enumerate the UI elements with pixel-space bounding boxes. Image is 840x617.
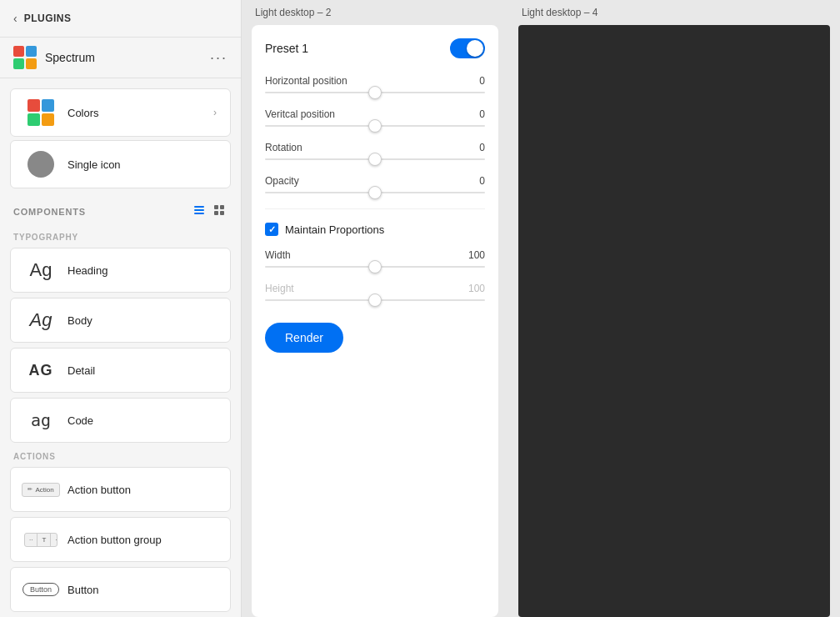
svg-rect-4 (220, 205, 224, 209)
svg-rect-2 (194, 213, 204, 214)
colors-label: Colors (68, 107, 99, 119)
opacity-track[interactable] (265, 192, 485, 193)
width-value: 100 (468, 249, 485, 261)
right-canvas (518, 25, 830, 617)
single-icon-item[interactable]: Single icon (10, 140, 231, 188)
sidebar-header: ‹ PLUGINS (0, 0, 241, 38)
heading-item[interactable]: Ag Heading (10, 248, 231, 293)
rotation-label: Rotation (265, 142, 302, 153)
opacity-label: Opacity (265, 175, 299, 187)
vertical-position-label: Veritcal position (265, 108, 335, 120)
opacity-value: 0 (479, 175, 485, 187)
back-button[interactable]: ‹ (13, 12, 18, 25)
width-slider: Width 100 (265, 249, 485, 268)
components-title: Components (13, 207, 86, 217)
rotation-track[interactable] (265, 158, 485, 160)
vertical-position-track[interactable] (265, 125, 485, 127)
maintain-proportions-row: ✓ Maintain Proportions (265, 223, 485, 236)
action-button-item[interactable]: ✏ Action Action button (10, 467, 231, 512)
typography-section-title: TYPOGRAPHY (0, 226, 241, 245)
grid-view-button[interactable] (211, 202, 228, 221)
back-arrow-icon: ‹ (13, 12, 18, 25)
rotation-slider: Rotation 0 (265, 142, 485, 160)
vertical-position-slider: Veritcal position 0 (265, 108, 485, 127)
width-label: Width (265, 249, 291, 261)
action-button-group-item[interactable]: ·· T ··· Action button group (10, 517, 231, 562)
button-icon: Button (24, 574, 58, 604)
svg-rect-0 (194, 206, 204, 208)
actions-section-title: ACTIONS (0, 445, 241, 464)
svg-rect-3 (214, 205, 218, 209)
view-toggles (191, 202, 228, 221)
sidebar: ‹ PLUGINS Spectrum ··· (0, 0, 242, 617)
horizontal-position-value: 0 (479, 75, 485, 87)
vertical-position-thumb[interactable] (368, 119, 382, 133)
spectrum-icon (13, 46, 37, 69)
detail-item[interactable]: AG Detail (10, 348, 231, 393)
detail-label: Detail (68, 364, 95, 377)
horizontal-position-label: Horizontal position (265, 75, 348, 87)
svg-rect-6 (220, 211, 224, 215)
list-view-button[interactable] (191, 202, 208, 221)
center-panel: Light desktop – 2 Preset 1 Horizontal po… (242, 0, 508, 617)
colors-icon (24, 96, 58, 129)
svg-rect-1 (194, 209, 204, 211)
height-track[interactable] (265, 299, 485, 301)
horizontal-position-thumb[interactable] (368, 86, 382, 99)
height-slider: Height 100 (265, 283, 485, 301)
spectrum-left: Spectrum (13, 46, 95, 69)
maintain-proportions-checkbox[interactable]: ✓ (265, 223, 278, 236)
colors-arrow-icon: › (213, 107, 217, 118)
more-options-button[interactable]: ··· (210, 50, 228, 65)
action-button-label: Action button (68, 484, 131, 496)
spectrum-row: Spectrum ··· (0, 38, 241, 78)
spectrum-name: Spectrum (45, 51, 95, 64)
button-item[interactable]: Button Button (10, 567, 231, 612)
body-item[interactable]: Ag Body (10, 298, 231, 343)
action-button-icon: ✏ Action (24, 474, 58, 504)
width-track[interactable] (265, 266, 485, 268)
action-button-group-label: Action button group (68, 534, 162, 546)
right-tab-header: Light desktop – 4 (508, 0, 840, 25)
render-button[interactable]: Render (265, 323, 343, 353)
single-icon-label: Single icon (68, 158, 121, 171)
body-preview: Ag (24, 305, 58, 335)
height-value: 100 (468, 283, 485, 294)
code-label: Code (68, 414, 93, 427)
detail-preview: AG (24, 355, 58, 385)
divider (265, 208, 485, 209)
preset-toggle[interactable] (450, 38, 485, 58)
maintain-proportions-label: Maintain Proportions (285, 223, 384, 236)
right-panel: Light desktop – 4 (508, 0, 840, 617)
vertical-position-value: 0 (479, 108, 485, 120)
heading-label: Heading (68, 264, 108, 277)
components-section-header: Components (0, 192, 241, 226)
opacity-slider: Opacity 0 (265, 175, 485, 193)
body-label: Body (68, 314, 92, 327)
panel-card: Preset 1 Horizontal position 0 Veritcal … (252, 25, 498, 617)
preset-row: Preset 1 (265, 38, 485, 58)
action-button-group-icon: ·· T ··· (24, 524, 58, 554)
height-thumb[interactable] (368, 293, 382, 307)
svg-rect-5 (214, 211, 218, 215)
rotation-value: 0 (479, 142, 485, 153)
center-tab-header: Light desktop – 2 (242, 0, 508, 25)
rotation-thumb[interactable] (368, 153, 382, 166)
preset-label: Preset 1 (265, 42, 308, 55)
checkmark-icon: ✓ (268, 224, 276, 235)
code-item[interactable]: ag Code (10, 398, 231, 443)
height-label: Height (265, 283, 294, 294)
colors-item[interactable]: Colors › (10, 88, 231, 137)
button-label: Button (68, 584, 99, 596)
heading-preview: Ag (24, 255, 58, 285)
toggle-knob (467, 40, 483, 57)
single-icon-thumbnail (24, 148, 58, 181)
horizontal-position-track[interactable] (265, 92, 485, 93)
plugins-label: PLUGINS (24, 13, 72, 24)
width-thumb[interactable] (368, 260, 382, 273)
opacity-thumb[interactable] (368, 186, 382, 199)
code-preview: ag (24, 405, 58, 435)
horizontal-position-slider: Horizontal position 0 (265, 75, 485, 93)
